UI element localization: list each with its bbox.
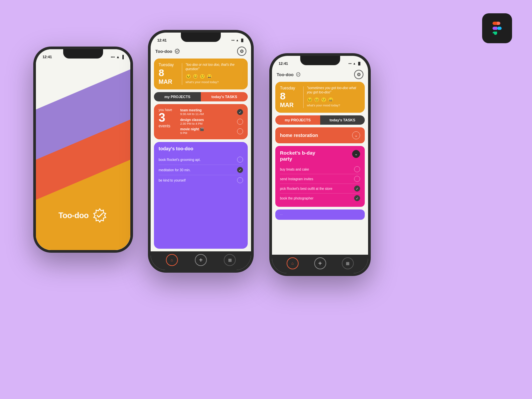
splash-screen: 12:41 ▪▪▪ ▲ ▐ Too-doo bbox=[36, 49, 130, 250]
mood-icons-3: 😣😊🙂😄 bbox=[307, 97, 360, 102]
project-purple-hint: ··· bbox=[280, 213, 360, 216]
toodoo-text-1: book Rocket's grooming apt. bbox=[159, 158, 200, 162]
mood-icons-2: 😣😊🙂😄 bbox=[186, 74, 243, 79]
toodoo-item-3: be kind to yourself bbox=[159, 175, 243, 185]
tab-tasks-3[interactable]: today's TASKS bbox=[320, 115, 365, 125]
app-header-2: Too-doo ⚙ bbox=[151, 45, 251, 59]
nav-add-2[interactable]: + bbox=[195, 254, 207, 266]
event-time-3: 9 PM bbox=[180, 131, 204, 135]
battery-icon-1: ▐ bbox=[121, 55, 124, 59]
toodoo-text-2: meditation for 30 min. bbox=[159, 168, 191, 172]
events-unit: events bbox=[159, 124, 177, 128]
phone3-content: 12:41 ▪▪▪ ▲ ▐▌ Too-doo ⚙ bbox=[272, 56, 368, 273]
day-num-3: 8 bbox=[280, 91, 300, 101]
event-item-3: movie night 🎬 9 PM bbox=[180, 127, 243, 135]
battery-3: ▐▌ bbox=[357, 62, 361, 65]
event-check-2[interactable] bbox=[237, 119, 243, 125]
toodoo-check-3[interactable] bbox=[237, 177, 243, 183]
bottom-nav-3: ⌂ + ▦ bbox=[272, 255, 368, 273]
wifi-2: ▲ bbox=[236, 39, 239, 42]
event-check-3[interactable] bbox=[237, 128, 243, 134]
event-check-1[interactable]: ✓ bbox=[237, 109, 243, 115]
event-time-1: 9:30 AM to 11 AM bbox=[180, 112, 204, 116]
nav-home-2[interactable]: ⌂ bbox=[166, 254, 178, 266]
notch-3 bbox=[300, 56, 340, 65]
nav-calendar-2[interactable]: ▦ bbox=[224, 254, 236, 266]
phone1-frame: 12:41 ▪▪▪ ▲ ▐ Too-doo bbox=[33, 47, 133, 253]
tab-bar-3[interactable]: my PROJECTS today's TASKS bbox=[275, 115, 365, 125]
day-name-3: Tuesday bbox=[280, 86, 300, 90]
wifi-3: ▲ bbox=[353, 62, 356, 65]
settings-btn-3[interactable]: ⚙ bbox=[354, 70, 363, 79]
subtask-instagram: send Instagram invites bbox=[280, 174, 360, 184]
events-card: you have 3 events team meeting 9:30 AM t… bbox=[154, 104, 248, 139]
day-num-2: 8 bbox=[159, 68, 179, 78]
subtask-check-4[interactable]: ✓ bbox=[354, 195, 360, 201]
subtask-text-3: pick Rocket's best outfit at the store bbox=[280, 187, 332, 191]
event-name-2: design classes bbox=[180, 118, 204, 122]
project-expand-home[interactable]: ⌄ bbox=[352, 131, 360, 139]
subtask-text-2: send Instagram invites bbox=[280, 177, 313, 181]
tab-bar-2[interactable]: my PROJECTS today's TASKS bbox=[154, 92, 248, 101]
tab-projects-2[interactable]: my PROJECTS bbox=[154, 92, 201, 101]
app-logo-3: Too-doo bbox=[277, 72, 301, 77]
subtask-photographer: book the photographer ✓ bbox=[280, 194, 360, 203]
subtask-outfit: pick Rocket's best outfit at the store ✓ bbox=[280, 184, 360, 194]
project-home-restoration[interactable]: home restoration ⌄ bbox=[275, 127, 365, 143]
signal-2: ▪▪▪ bbox=[231, 39, 235, 42]
mood-label-2: what's your mood today? bbox=[186, 80, 243, 84]
app-name-3: Too-doo bbox=[277, 72, 294, 77]
subtask-check-3[interactable]: ✓ bbox=[354, 186, 360, 192]
date-card-2: Tuesday 8 MAR "too doo or not too doo, t… bbox=[154, 59, 248, 89]
phone2-frame: 12:41 ▪▪▪ ▲ ▐▌ Too-doo ⚙ bbox=[148, 30, 254, 273]
battery-2: ▐▌ bbox=[240, 39, 244, 42]
project-bday-card: Rocket's b-dayparty ⌄ buy treats and cak… bbox=[275, 146, 365, 207]
date-quote-3: "sometimes you got too-doo what you got … bbox=[307, 86, 360, 94]
subtask-treats: buy treats and cake bbox=[280, 165, 360, 174]
toodoo-item-1: book Rocket's grooming apt. bbox=[159, 155, 243, 165]
events-list: team meeting 9:30 AM to 11 AM ✓ design c… bbox=[180, 108, 243, 135]
event-item-1: team meeting 9:30 AM to 11 AM ✓ bbox=[180, 108, 243, 116]
event-name-1: team meeting bbox=[180, 108, 204, 112]
time-1: 12:41 bbox=[43, 55, 52, 59]
subtask-check-2[interactable] bbox=[354, 176, 360, 182]
toodoo-item-2: meditation for 30 min. ✓ bbox=[159, 165, 243, 175]
spacer bbox=[272, 220, 368, 255]
notch-2 bbox=[181, 33, 221, 42]
badge-icon bbox=[92, 207, 108, 223]
nav-add-3[interactable]: + bbox=[314, 257, 326, 269]
phone3-frame: 12:41 ▪▪▪ ▲ ▐▌ Too-doo ⚙ bbox=[269, 53, 371, 276]
phone2-content: 12:41 ▪▪▪ ▲ ▐▌ Too-doo ⚙ bbox=[151, 33, 251, 270]
toodoo-check-1[interactable] bbox=[237, 157, 243, 163]
notch bbox=[63, 49, 103, 59]
project-name-home: home restoration bbox=[280, 133, 318, 138]
splash-title: Too-doo bbox=[59, 211, 89, 220]
events-count: 3 bbox=[159, 112, 177, 124]
project-bday-title: Rocket's b-dayparty bbox=[280, 150, 315, 162]
mood-label-3: what's your mood today? bbox=[307, 104, 360, 107]
tab-tasks-2[interactable]: today's TASKS bbox=[201, 92, 248, 101]
subtask-text-4: book the photographer bbox=[280, 197, 314, 200]
subtask-text-1: buy treats and cake bbox=[280, 168, 309, 171]
month-3: MAR bbox=[280, 102, 300, 109]
project-expand-bday[interactable]: ⌄ bbox=[352, 150, 360, 158]
settings-btn-2[interactable]: ⚙ bbox=[237, 47, 246, 56]
toodoo-text-3: be kind to yourself bbox=[159, 179, 186, 182]
nav-home-3[interactable]: ⌂ bbox=[287, 257, 299, 269]
subtask-check-1[interactable] bbox=[354, 166, 360, 172]
event-name-3: movie night 🎬 bbox=[180, 127, 204, 131]
splash-logo: Too-doo bbox=[36, 207, 130, 223]
app-name-2: Too-doo bbox=[155, 49, 172, 54]
toodoo-card: today's too-doo book Rocket's grooming a… bbox=[154, 142, 248, 249]
day-name-2: Tuesday bbox=[159, 63, 179, 67]
tab-projects-3[interactable]: my PROJECTS bbox=[275, 115, 320, 125]
toodoo-title: today's too-doo bbox=[159, 146, 243, 151]
toodoo-check-2[interactable]: ✓ bbox=[237, 167, 243, 173]
wifi-icon-1: ▲ bbox=[116, 55, 120, 59]
time-3: 12:41 bbox=[279, 62, 288, 66]
nav-calendar-3[interactable]: ▦ bbox=[342, 257, 354, 269]
time-2: 12:41 bbox=[157, 38, 167, 42]
project-purple-partial: ··· bbox=[275, 209, 365, 220]
verified-badge-3 bbox=[296, 72, 301, 77]
date-quote-2: "too doo or not too doo, that's the ques… bbox=[186, 63, 243, 71]
